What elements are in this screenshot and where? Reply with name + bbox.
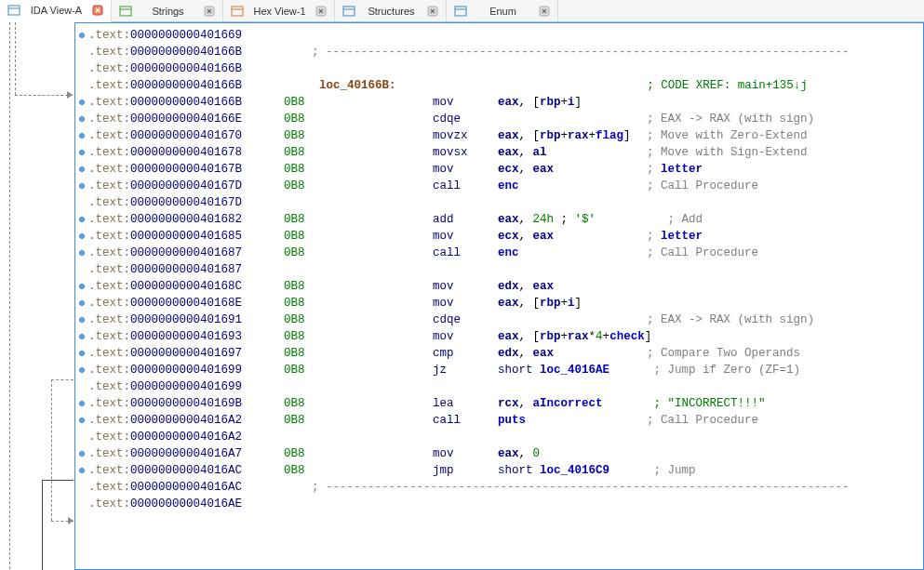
svg-rect-9 bbox=[343, 7, 355, 16]
svg-rect-0 bbox=[8, 6, 20, 15]
breakpoint-dot[interactable] bbox=[79, 166, 85, 172]
asm-line[interactable]: .text:000000000040168C0B8movedx, eax bbox=[75, 278, 923, 295]
breakpoint-dot[interactable] bbox=[79, 401, 85, 406]
asm-line[interactable]: .text:00000000004016A2 bbox=[75, 429, 923, 445]
asm-line[interactable]: .text:000000000040166B0B8moveax, [rbp+i] bbox=[75, 94, 923, 111]
close-icon[interactable] bbox=[315, 6, 327, 17]
xref-gutter bbox=[0, 22, 74, 570]
asm-line[interactable]: .text:000000000040168E0B8moveax, [rbp+i] bbox=[75, 295, 923, 312]
breakpoint-dot[interactable] bbox=[79, 351, 85, 356]
asm-line[interactable]: .text:00000000004016AE bbox=[75, 496, 923, 512]
address: .text:0000000000401691 bbox=[88, 313, 284, 326]
asm-line[interactable]: .text:000000000040166E0B8cdqe; EAX -> RA… bbox=[75, 111, 923, 127]
close-icon[interactable] bbox=[204, 6, 215, 17]
breakpoint-dot[interactable] bbox=[79, 33, 85, 38]
operands: puts bbox=[498, 414, 647, 427]
breakpoint-dot[interactable] bbox=[79, 451, 85, 457]
local-label[interactable]: loc_40166B: bbox=[319, 79, 396, 92]
breakpoint-dot[interactable] bbox=[79, 99, 85, 105]
asm-line[interactable]: .text:00000000004016AC; ----------------… bbox=[75, 479, 923, 496]
close-icon[interactable] bbox=[539, 6, 550, 17]
operands: ecx, eax bbox=[498, 230, 647, 243]
asm-line[interactable]: .text:000000000040167D0B8callenc; Call P… bbox=[75, 178, 923, 194]
comment: ; Call Procedure bbox=[647, 414, 758, 427]
breakpoint-dot[interactable] bbox=[79, 217, 85, 222]
stack-pointer-delta: 0B8 bbox=[284, 246, 312, 259]
breakpoint-dot[interactable] bbox=[79, 418, 85, 423]
breakpoint-dot[interactable] bbox=[79, 183, 85, 189]
address: .text:000000000040166B bbox=[88, 46, 284, 59]
stack-pointer-delta: 0B8 bbox=[284, 230, 312, 243]
tab-label: Hex View-1 bbox=[248, 6, 312, 17]
operands: eax, 0 bbox=[498, 447, 647, 460]
breakpoint-dot[interactable] bbox=[79, 284, 85, 289]
asm-line[interactable]: .text:0000000000401699 bbox=[75, 378, 923, 395]
asm-line[interactable]: .text:00000000004016700B8movzxeax, [rbp+… bbox=[75, 127, 923, 144]
stack-pointer-delta: 0B8 bbox=[284, 213, 312, 226]
breakpoint-dot[interactable] bbox=[79, 150, 85, 155]
operands: eax, [rbp+i] bbox=[498, 297, 647, 310]
asm-line[interactable]: .text:0000000000401687 bbox=[75, 261, 923, 278]
xref-comment[interactable]: ; CODE XREF: main+135↓j bbox=[647, 79, 808, 92]
asm-line[interactable]: .text:00000000004016A70B8moveax, 0 bbox=[75, 445, 923, 462]
asm-line[interactable]: .text:00000000004016AC0B8jmpshort loc_40… bbox=[75, 462, 923, 479]
stack-pointer-delta: 0B8 bbox=[284, 414, 312, 427]
tab-ida-view-a[interactable]: IDA View-A bbox=[0, 0, 112, 22]
operands: eax, al bbox=[498, 146, 647, 159]
close-icon[interactable] bbox=[427, 6, 438, 17]
comment: ; letter bbox=[647, 163, 703, 176]
breakpoint-dot[interactable] bbox=[79, 233, 85, 239]
asm-line[interactable]: .text:00000000004016820B8addeax, 24h ; '… bbox=[75, 211, 923, 228]
svg-rect-3 bbox=[120, 7, 131, 16]
breakpoint-dot[interactable] bbox=[79, 334, 85, 339]
asm-line[interactable]: .text:000000000040166B bbox=[75, 60, 923, 77]
asm-line[interactable]: .text:00000000004016970B8cmpedx, eax; Co… bbox=[75, 345, 923, 362]
stack-pointer-delta: 0B8 bbox=[284, 364, 312, 377]
address: .text:00000000004016AE bbox=[88, 497, 284, 510]
asm-line[interactable]: .text:00000000004016870B8callenc; Call P… bbox=[75, 245, 923, 261]
tab-hex-view-1[interactable]: Hex View-1 bbox=[223, 0, 335, 21]
tab-strings[interactable]: Strings bbox=[112, 0, 223, 21]
tab-label: Enum bbox=[471, 6, 535, 17]
mnemonic: mov bbox=[433, 447, 498, 460]
asm-line[interactable]: .text:000000000040169B0B8learcx, aIncorr… bbox=[75, 395, 923, 412]
asm-line[interactable]: .text:00000000004016780B8movsxeax, al; M… bbox=[75, 144, 923, 161]
stack-pointer-delta: 0B8 bbox=[284, 96, 312, 109]
breakpoint-dot[interactable] bbox=[79, 133, 85, 139]
address: .text:0000000000401693 bbox=[88, 330, 284, 343]
operands: enc bbox=[498, 179, 647, 192]
breakpoint-dot[interactable] bbox=[79, 300, 85, 306]
address: .text:000000000040169B bbox=[88, 397, 284, 410]
address: .text:000000000040168C bbox=[88, 280, 284, 293]
asm-line[interactable]: .text:00000000004016850B8movecx, eax; le… bbox=[75, 228, 923, 245]
asm-line[interactable]: .text:0000000000401669 bbox=[75, 27, 923, 44]
breakpoint-dot[interactable] bbox=[79, 250, 85, 256]
mnemonic: mov bbox=[433, 230, 498, 243]
asm-line[interactable]: .text:00000000004016A20B8callputs; Call … bbox=[75, 412, 923, 429]
stack-pointer-delta: 0B8 bbox=[284, 113, 312, 126]
stack-pointer-delta: 0B8 bbox=[284, 280, 312, 293]
breakpoint-dot[interactable] bbox=[79, 317, 85, 323]
address: .text:0000000000401687 bbox=[88, 263, 284, 276]
breakpoint-dot[interactable] bbox=[79, 116, 85, 122]
separator-comment: ; --------------------------------------… bbox=[312, 46, 850, 59]
asm-line[interactable]: .text:000000000040166Bloc_40166B:; CODE … bbox=[75, 77, 923, 94]
mnemonic: movzx bbox=[433, 129, 498, 142]
address: .text:0000000000401685 bbox=[88, 230, 284, 243]
asm-line[interactable]: .text:00000000004016930B8moveax, [rbp+ra… bbox=[75, 328, 923, 345]
tab-structures[interactable]: Structures bbox=[335, 0, 447, 21]
address: .text:000000000040166B bbox=[88, 79, 284, 92]
tab-enum[interactable]: Enum bbox=[447, 0, 558, 21]
breakpoint-dot[interactable] bbox=[79, 367, 85, 373]
asm-line[interactable]: .text:00000000004016910B8cdqe; EAX -> RA… bbox=[75, 312, 923, 328]
asm-line[interactable]: .text:000000000040167D bbox=[75, 194, 923, 211]
asm-line[interactable]: .text:00000000004016990B8jzshort loc_401… bbox=[75, 362, 923, 378]
asm-line[interactable]: .text:000000000040167B0B8movecx, eax; le… bbox=[75, 161, 923, 178]
asm-line[interactable]: .text:000000000040166B; ----------------… bbox=[75, 44, 923, 60]
breakpoint-dot[interactable] bbox=[79, 468, 85, 473]
mnemonic: lea bbox=[433, 397, 498, 410]
disassembly-view[interactable]: .text:0000000000401669.text:000000000040… bbox=[74, 22, 924, 570]
tab-icon bbox=[342, 5, 355, 18]
mnemonic: call bbox=[433, 246, 498, 259]
close-icon[interactable] bbox=[92, 5, 103, 16]
